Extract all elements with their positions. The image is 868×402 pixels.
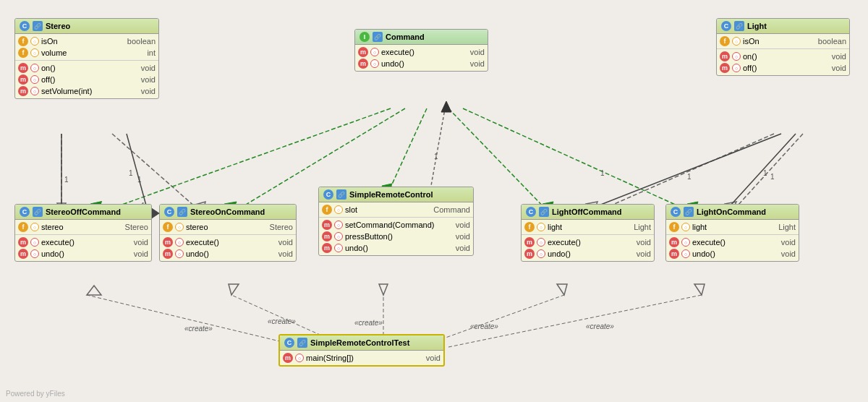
table-row: m ○ undo() void xyxy=(160,248,296,260)
svg-line-50 xyxy=(723,134,796,213)
method-name: off() xyxy=(743,64,830,72)
method-badge: m xyxy=(18,237,28,247)
visibility-icon: ○ xyxy=(681,249,690,258)
visibility-icon: ○ xyxy=(30,48,39,57)
method-badge: m xyxy=(18,74,28,85)
svg-text:1: 1 xyxy=(434,153,438,161)
field-name: isOn xyxy=(743,37,816,46)
svg-text:1: 1 xyxy=(687,173,692,181)
method-badge: m xyxy=(163,249,173,259)
type-badge: C xyxy=(284,338,294,348)
class-name: SimpleRemoteControlTest xyxy=(310,338,409,347)
svg-text:1: 1 xyxy=(770,173,775,181)
light-on-command-class: C 🔗 LightOnCommand f ○ light Light m ○ e… xyxy=(665,204,799,262)
svg-text:1: 1 xyxy=(129,169,133,177)
simple-remote-control-class: C 🔗 SimpleRemoteControl f ○ slot Command… xyxy=(318,187,474,256)
field-type: Light xyxy=(778,223,796,231)
type-badge: C xyxy=(20,207,30,217)
svg-marker-24 xyxy=(441,101,451,112)
stereo-name: Stereo xyxy=(46,22,70,30)
method-badge: m xyxy=(283,353,293,363)
table-row: m ○ main(String[]) void xyxy=(280,352,443,364)
class-icon: 🔗 xyxy=(336,189,346,200)
class-name: SimpleRemoteControl xyxy=(349,190,433,199)
svg-marker-39 xyxy=(694,284,705,295)
method-badge: m xyxy=(524,237,535,247)
table-row: m ○ pressButton() void xyxy=(319,231,473,242)
simple-remote-control-test-class: C 🔗 SimpleRemoteControlTest m ○ main(Str… xyxy=(278,334,445,367)
method-badge: m xyxy=(322,243,332,253)
method-name: undo() xyxy=(345,244,454,252)
type-badge: C xyxy=(526,207,536,217)
method-badge: m xyxy=(524,249,535,259)
light-off-command-class: C 🔗 LightOffCommand f ○ light Light m ○ … xyxy=(521,204,655,262)
method-type: void xyxy=(456,221,470,229)
visibility-icon: ○ xyxy=(732,37,741,46)
method-type: void xyxy=(456,232,470,241)
method-type: void xyxy=(278,249,293,258)
loff-fields: f ○ light Light xyxy=(522,220,654,235)
table-row: m ○ on() void xyxy=(717,51,849,62)
field-badge: f xyxy=(18,36,28,46)
srct-header: C 🔗 SimpleRemoteControlTest xyxy=(280,335,443,351)
field-badge: f xyxy=(669,222,679,232)
svg-line-38 xyxy=(448,295,702,347)
field-badge: f xyxy=(524,222,535,232)
method-badge: m xyxy=(163,237,173,247)
svg-text:1: 1 xyxy=(600,169,605,177)
method-type: void xyxy=(781,238,796,247)
method-name: on() xyxy=(41,64,139,72)
method-badge: m xyxy=(322,220,332,230)
visibility-icon: ○ xyxy=(30,37,39,46)
light-name: Light xyxy=(747,22,767,30)
light-methods: m ○ on() void m ○ off() void xyxy=(717,49,849,75)
stereo-on-header: C 🔗 StereoOnCommand xyxy=(160,205,296,220)
stereo-fields: f ○ isOn boolean f ○ volume int xyxy=(15,34,158,61)
svg-text:1: 1 xyxy=(137,176,142,184)
visibility-icon: ○ xyxy=(732,64,741,72)
visibility-icon: ○ xyxy=(334,244,343,252)
visibility-icon: ○ xyxy=(334,205,343,214)
method-type: void xyxy=(637,238,651,247)
method-type: void xyxy=(141,87,156,95)
table-row: f ○ light Light xyxy=(666,221,799,233)
class-methods: m ○ execute() void m ○ undo() void xyxy=(15,235,151,261)
method-type: void xyxy=(832,52,846,61)
method-name: execute() xyxy=(41,238,132,247)
method-type: void xyxy=(832,64,846,72)
class-methods: m ○ execute() void m ○ undo() void xyxy=(160,235,296,261)
method-type: void xyxy=(141,75,156,84)
visibility-icon: ○ xyxy=(30,238,39,247)
visibility-icon: ○ xyxy=(30,249,39,258)
class-icon: 🔗 xyxy=(539,207,549,217)
field-name: isOn xyxy=(41,37,125,46)
method-badge: m xyxy=(669,249,679,259)
stereo-on-command-class: C 🔗 StereoOnCommand f ○ stereo Stereo m … xyxy=(159,204,297,262)
stereo-type-badge: C xyxy=(20,21,30,31)
stereo-methods: m ○ on() void m ○ off() void m ○ setVolu… xyxy=(15,61,158,98)
svg-marker-30 xyxy=(229,284,239,295)
visibility-icon: ○ xyxy=(370,59,379,68)
class-name: StereoOffCommand xyxy=(46,208,121,216)
method-type: void xyxy=(781,249,796,258)
class-name: LightOffCommand xyxy=(552,208,622,216)
method-badge: m xyxy=(18,249,28,259)
field-type: Stereo xyxy=(125,223,148,231)
table-row: m ○ undo() void xyxy=(15,248,151,260)
method-name: execute() xyxy=(186,238,276,247)
loff-header: C 🔗 LightOffCommand xyxy=(522,205,654,220)
svg-text:«create»: «create» xyxy=(470,322,498,330)
method-name: setVolume(int) xyxy=(41,87,139,95)
table-row: m ○ on() void xyxy=(15,62,158,74)
class-fields: f ○ stereo Stereo xyxy=(160,220,296,235)
svg-text:«create»: «create» xyxy=(354,319,383,327)
class-name: LightOnCommand xyxy=(697,208,766,216)
lon-fields: f ○ light Light xyxy=(666,220,799,235)
visibility-icon: ○ xyxy=(370,48,379,56)
type-badge: C xyxy=(323,189,333,200)
method-badge: m xyxy=(18,63,28,73)
svg-text:«create»: «create» xyxy=(184,325,213,333)
field-type: Command xyxy=(433,205,470,214)
table-row: m ○ setVolume(int) void xyxy=(15,85,158,97)
method-name: execute() xyxy=(548,238,634,247)
